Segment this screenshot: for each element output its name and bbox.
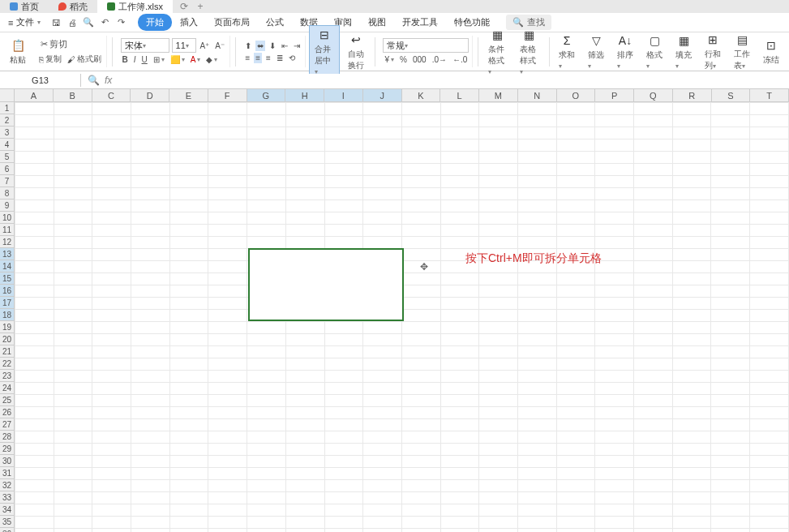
cell[interactable] — [92, 237, 131, 249]
cell[interactable] — [479, 480, 518, 492]
cell[interactable] — [479, 517, 518, 529]
cell[interactable] — [672, 444, 711, 456]
cell[interactable] — [208, 249, 247, 261]
cell[interactable] — [285, 419, 324, 431]
cell[interactable] — [556, 152, 595, 164]
decrease-decimal-button[interactable]: ←.0 — [451, 54, 469, 65]
cell[interactable] — [169, 322, 208, 334]
cell[interactable] — [131, 407, 170, 419]
cell[interactable] — [556, 200, 595, 212]
cell[interactable] — [363, 225, 402, 237]
currency-button[interactable]: ¥▾ — [383, 54, 396, 65]
cell[interactable] — [15, 139, 54, 152]
cell[interactable] — [324, 492, 363, 504]
cell[interactable] — [479, 139, 518, 152]
cell[interactable] — [479, 492, 518, 504]
cell[interactable] — [672, 188, 711, 200]
cell[interactable] — [285, 529, 324, 533]
column-header[interactable]: D — [131, 89, 169, 101]
cell[interactable] — [208, 225, 247, 237]
cell[interactable] — [595, 358, 634, 371]
cell[interactable] — [672, 115, 711, 127]
cell[interactable] — [440, 480, 479, 492]
cell[interactable] — [401, 115, 440, 127]
cell[interactable] — [247, 322, 286, 334]
cell[interactable] — [169, 285, 208, 298]
bold-button[interactable]: B — [121, 54, 130, 65]
cell[interactable] — [92, 358, 131, 371]
cell[interactable] — [363, 517, 402, 529]
cell[interactable] — [247, 127, 286, 139]
cell[interactable] — [517, 431, 556, 444]
align-center-button[interactable]: ≡ — [254, 53, 262, 63]
cell[interactable] — [556, 298, 595, 310]
cell[interactable] — [363, 212, 402, 225]
cell[interactable] — [517, 492, 556, 504]
cell[interactable] — [401, 285, 440, 298]
cell[interactable] — [595, 504, 634, 517]
cell[interactable] — [556, 346, 595, 358]
cell[interactable] — [285, 322, 324, 334]
row-header[interactable]: 33 — [0, 491, 14, 504]
cell[interactable] — [479, 188, 518, 200]
cell[interactable] — [54, 468, 92, 480]
cell[interactable] — [517, 371, 556, 383]
cell[interactable] — [92, 407, 131, 419]
cell[interactable] — [634, 358, 673, 371]
cell[interactable] — [556, 517, 595, 529]
cell[interactable] — [54, 139, 92, 152]
row-header[interactable]: 31 — [0, 467, 14, 479]
row-header[interactable]: 3 — [0, 127, 14, 139]
conditional-format-button[interactable]: ▦ 条件格式▾ — [483, 26, 512, 77]
cell[interactable] — [247, 176, 286, 188]
cell[interactable] — [247, 431, 286, 444]
cell[interactable] — [711, 273, 750, 285]
cell[interactable] — [92, 152, 131, 164]
cell[interactable] — [208, 431, 247, 444]
column-header[interactable]: A — [15, 89, 54, 101]
cell[interactable] — [672, 504, 711, 517]
cell[interactable] — [54, 103, 92, 115]
cell[interactable] — [131, 225, 170, 237]
cell[interactable] — [208, 358, 247, 371]
cell[interactable] — [672, 468, 711, 480]
cell[interactable] — [15, 346, 54, 358]
cell[interactable] — [711, 334, 750, 346]
cell[interactable] — [208, 212, 247, 225]
wrap-text-button[interactable]: ↩ 自动换行 — [343, 31, 370, 73]
cell[interactable] — [556, 431, 595, 444]
cell[interactable] — [595, 444, 634, 456]
cell[interactable] — [208, 298, 247, 310]
row-header[interactable]: 25 — [0, 394, 14, 406]
cell[interactable] — [711, 492, 750, 504]
cell[interactable] — [517, 115, 556, 127]
cell[interactable] — [595, 492, 634, 504]
cell[interactable] — [634, 152, 673, 164]
justify-button[interactable]: ≣ — [275, 53, 285, 63]
cell[interactable] — [285, 480, 324, 492]
cell[interactable] — [363, 103, 402, 115]
cell[interactable] — [401, 504, 440, 517]
cell[interactable] — [208, 237, 247, 249]
cell[interactable] — [711, 103, 750, 115]
cell[interactable] — [92, 285, 131, 298]
cell[interactable] — [324, 152, 363, 164]
cell[interactable] — [92, 395, 131, 407]
cell[interactable] — [401, 212, 440, 225]
cell[interactable] — [634, 383, 673, 395]
cell[interactable] — [634, 176, 673, 188]
cell[interactable] — [440, 383, 479, 395]
cell[interactable] — [324, 225, 363, 237]
cell[interactable] — [750, 310, 789, 322]
cut-button[interactable]: ✂剪切 — [37, 37, 103, 51]
refresh-icon[interactable]: ⟳ — [176, 1, 192, 12]
cell[interactable] — [247, 407, 286, 419]
save-icon[interactable]: 🖫 — [50, 17, 62, 28]
cell[interactable] — [169, 395, 208, 407]
cell[interactable] — [15, 212, 54, 225]
cell[interactable] — [440, 127, 479, 139]
cell[interactable] — [556, 468, 595, 480]
cell[interactable] — [285, 152, 324, 164]
cell[interactable] — [54, 456, 92, 468]
cell[interactable] — [556, 164, 595, 176]
